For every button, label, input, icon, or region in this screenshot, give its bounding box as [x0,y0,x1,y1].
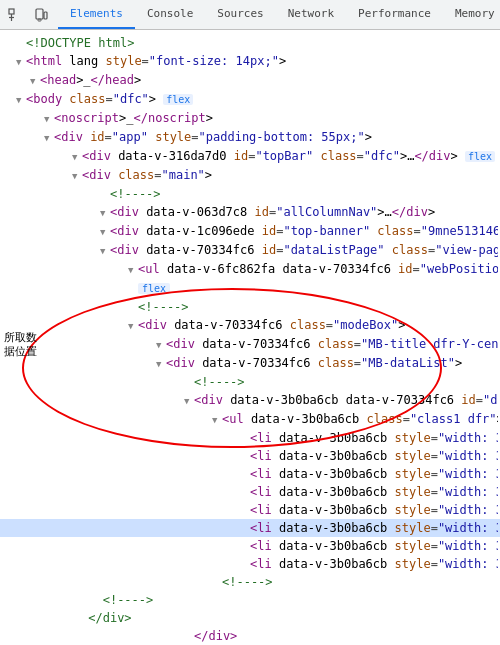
expand-icon[interactable] [30,72,40,90]
line-text: flex [138,281,170,295]
code-content: <head>_</head> [16,71,498,90]
line-text: <noscript>_</noscript> [54,111,213,125]
code-line[interactable]: <div data-v-3b0ba6cb data-v-70334fc6 id=… [0,391,500,410]
line-text: </div> [194,629,237,643]
code-line[interactable]: <div class="main"> [0,166,500,185]
code-content: <!----> <!----> </div> [16,573,498,627]
code-content: <html lang style="font-size: 14px;"> [16,52,498,71]
code-line[interactable]: <!DOCTYPE html> [0,34,500,52]
code-line[interactable]: <li data-v-3b0ba6cb style="width: 33.333… [0,537,500,555]
expand-icon[interactable] [16,91,26,109]
line-text: <li data-v-3b0ba6cb style="width: 33.333… [250,467,498,481]
expand-icon[interactable] [212,411,222,429]
tab-elements[interactable]: Elements [58,0,135,29]
code-content: <div data-v-70334fc6 id="dataListPage" c… [16,241,498,260]
annotation-box: 所取数 据位置 [4,330,37,359]
code-line[interactable]: <div id="app" style="padding-bottom: 55p… [0,128,500,147]
expand-icon[interactable] [128,261,138,279]
code-line[interactable]: <li data-v-3b0ba6cb style="width: 33.333… [0,519,500,537]
code-line[interactable]: <div data-v-70334fc6 id="dataListPage" c… [0,241,500,260]
code-line[interactable]: <div data-v-1c096ede id="top-banner" cla… [0,222,500,241]
code-content: <li data-v-3b0ba6cb style="width: 33.333… [16,429,498,447]
line-text: <div data-v-70334fc6 id="dataListPage" c… [110,243,498,257]
expand-icon[interactable] [100,223,110,241]
line-text: <!----> [194,375,245,389]
code-panel[interactable]: 所取数 据位置 <!DOCTYPE html><html lang style=… [0,30,500,645]
tab-console[interactable]: Console [135,0,205,29]
code-line[interactable]: <li data-v-3b0ba6cb style="width: 33.333… [0,465,500,483]
code-line[interactable]: <li data-v-3b0ba6cb style="width: 33.333… [0,555,500,573]
expand-icon[interactable] [100,204,110,222]
code-content: <div data-v-3b0ba6cb data-v-70334fc6 id=… [16,391,498,410]
code-line[interactable]: <div data-v-70334fc6 class="MB-title dfr… [0,335,500,354]
code-content: <!DOCTYPE html> [16,34,498,52]
code-line[interactable]: <!----> [0,185,500,203]
expand-icon[interactable] [156,355,166,373]
code-line[interactable]: <li data-v-3b0ba6cb style="width: 33.333… [0,501,500,519]
line-text: <div data-v-063d7c8 id="allColumnNav">…<… [110,205,435,219]
expand-icon[interactable] [44,110,54,128]
line-text: <div class="main"> [82,168,212,182]
code-content: <li data-v-3b0ba6cb style="width: 33.333… [16,483,498,501]
code-line[interactable]: <div data-v-70334fc6 class="modeBox"> [0,316,500,335]
line-text: <html lang style="font-size: 14px;"> [26,54,286,68]
code-line[interactable]: flex [0,279,500,298]
line-text: <!----> [110,187,161,201]
line-text: <div data-v-70334fc6 class="MB-title dfr… [166,337,498,351]
code-line[interactable]: <li data-v-3b0ba6cb style="width: 33.333… [0,429,500,447]
code-content: <li data-v-3b0ba6cb style="width: 33.333… [16,447,498,465]
expand-icon[interactable] [100,242,110,260]
line-text: <div data-v-70334fc6 class="modeBox"> [138,318,405,332]
toolbar-icons [4,4,58,26]
expand-icon[interactable] [128,317,138,335]
code-line[interactable]: <div data-v-063d7c8 id="allColumnNav">…<… [0,203,500,222]
code-content: <li data-v-3b0ba6cb style="width: 33.333… [16,501,498,519]
code-line[interactable]: <!----> [0,373,500,391]
code-content: <div id="app" style="padding-bottom: 55p… [16,128,498,147]
expand-icon[interactable] [156,336,166,354]
code-line[interactable]: <li data-v-3b0ba6cb style="width: 33.333… [0,447,500,465]
code-line[interactable]: <head>_</head> [0,71,500,90]
code-content: <li data-v-3b0ba6cb style="width: 33.333… [16,519,498,537]
expand-icon[interactable] [16,53,26,71]
code-content: flex [16,279,498,298]
line-text: <li data-v-3b0ba6cb style="width: 33.333… [250,539,498,553]
code-line[interactable]: <noscript>_</noscript> [0,109,500,128]
code-line[interactable]: <html lang style="font-size: 14px;"> [0,52,500,71]
code-content: <div data-v-063d7c8 id="allColumnNav">…<… [16,203,498,222]
line-text: <!----> <!----> </div> [16,575,273,625]
line-text: <!----> [138,300,189,314]
tab-memory[interactable]: Memory [443,0,500,29]
inspect-icon[interactable] [4,4,26,26]
svg-rect-3 [36,9,43,19]
device-icon[interactable] [30,4,52,26]
code-line[interactable]: <div data-v-316da7d0 id="topBar" class="… [0,147,500,166]
code-line[interactable]: <ul data-v-3b0ba6cb class="class1 dfr"> [0,410,500,429]
tab-performance[interactable]: Performance [346,0,443,29]
code-content: <ul data-v-6fc862fa data-v-70334fc6 id="… [16,260,498,279]
code-content: <ul data-v-3b0ba6cb class="class1 dfr"> [16,410,498,429]
line-text: <div data-v-1c096ede id="top-banner" cla… [110,224,498,238]
code-content: <div data-v-70334fc6 class="MB-title dfr… [16,335,498,354]
code-line[interactable]: <!----> [0,298,500,316]
code-line[interactable]: <ul data-v-6fc862fa data-v-70334fc6 id="… [0,260,500,279]
tab-sources[interactable]: Sources [205,0,275,29]
annotation-line1: 所取数 [4,330,37,344]
code-line[interactable]: <body class="dfc"> flex [0,90,500,109]
expand-icon[interactable] [184,392,194,410]
line-text: <div data-v-316da7d0 id="topBar" class="… [82,149,495,163]
code-content: <!----> [16,298,498,316]
code-line[interactable]: <li data-v-3b0ba6cb style="width: 33.333… [0,483,500,501]
code-content: <li data-v-3b0ba6cb style="width: 33.333… [16,465,498,483]
line-text: <ul data-v-6fc862fa data-v-70334fc6 id="… [138,262,498,276]
line-text: <li data-v-3b0ba6cb style="width: 33.333… [250,485,498,499]
annotation-line2: 据位置 [4,344,37,358]
expand-icon[interactable] [72,148,82,166]
expand-icon[interactable] [44,129,54,147]
expand-icon[interactable] [72,167,82,185]
code-line[interactable]: </div> [0,627,500,645]
tab-network[interactable]: Network [276,0,346,29]
devtools-toolbar: ElementsConsoleSourcesNetworkPerformance… [0,0,500,30]
code-line[interactable]: <!----> <!----> </div> [0,573,500,627]
code-line[interactable]: <div data-v-70334fc6 class="MB-dataList"… [0,354,500,373]
